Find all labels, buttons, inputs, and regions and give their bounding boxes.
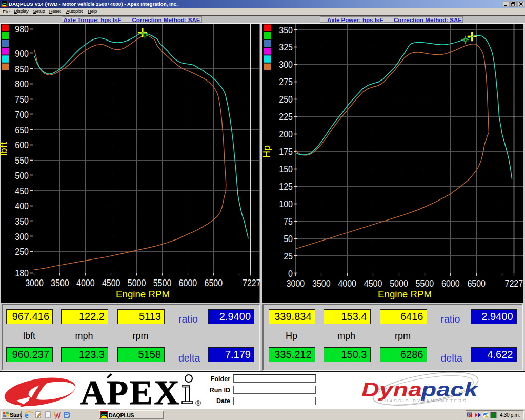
svg-text:7227: 7227 xyxy=(243,277,261,288)
svg-text:850: 850 xyxy=(15,64,29,74)
svg-text:6000: 6000 xyxy=(179,277,197,288)
svg-text:150: 150 xyxy=(279,164,293,174)
svg-text:3500: 3500 xyxy=(312,278,331,289)
svg-text:650: 650 xyxy=(15,125,29,135)
svg-text:25: 25 xyxy=(284,251,293,262)
svg-text:Dyna: Dyna xyxy=(361,379,422,401)
svg-text:6500: 6500 xyxy=(467,278,486,289)
svg-text:5000: 5000 xyxy=(128,277,146,288)
svg-text:300: 300 xyxy=(15,231,29,242)
svg-text:6000: 6000 xyxy=(441,278,460,289)
svg-text:Hp: Hp xyxy=(261,145,272,157)
svg-text:50: 50 xyxy=(284,233,293,244)
svg-text:pack: pack xyxy=(421,379,479,401)
svg-text:6500: 6500 xyxy=(205,277,223,288)
svg-text:3000: 3000 xyxy=(287,278,305,289)
svg-text:125: 125 xyxy=(279,181,293,192)
svg-text:700: 700 xyxy=(15,109,29,120)
svg-text:350: 350 xyxy=(15,216,29,227)
svg-text:3500: 3500 xyxy=(51,277,69,288)
svg-text:75: 75 xyxy=(284,216,293,227)
svg-text:7227: 7227 xyxy=(505,278,523,289)
svg-text:250: 250 xyxy=(15,246,29,257)
svg-text:200: 200 xyxy=(279,129,293,139)
svg-text:Engine RPM: Engine RPM xyxy=(116,289,170,299)
svg-text:800: 800 xyxy=(15,78,29,89)
svg-text:400: 400 xyxy=(15,201,29,211)
svg-text:5500: 5500 xyxy=(416,278,434,289)
svg-text:225: 225 xyxy=(279,111,293,122)
svg-text:900: 900 xyxy=(15,48,29,59)
svg-text:180: 180 xyxy=(15,268,29,278)
svg-text:5000: 5000 xyxy=(390,278,408,289)
svg-text:325: 325 xyxy=(279,42,293,52)
svg-text:450: 450 xyxy=(15,186,29,196)
svg-text:4500: 4500 xyxy=(364,278,382,289)
svg-text:APEX: APEX xyxy=(80,373,180,409)
svg-text:lbft: lbft xyxy=(0,142,9,156)
svg-text:3000: 3000 xyxy=(25,277,44,288)
svg-text:550: 550 xyxy=(15,155,29,166)
svg-text:980: 980 xyxy=(15,24,29,34)
svg-text:100: 100 xyxy=(279,198,293,209)
svg-text:175: 175 xyxy=(279,146,293,157)
svg-text:5500: 5500 xyxy=(153,277,172,288)
svg-text:4500: 4500 xyxy=(102,277,120,288)
svg-text:0: 0 xyxy=(288,268,293,279)
svg-text:275: 275 xyxy=(279,76,293,87)
svg-text:250: 250 xyxy=(279,94,293,105)
svg-text:4000: 4000 xyxy=(76,277,95,288)
svg-text:350: 350 xyxy=(279,25,293,35)
svg-text:CHASSIS DYNAMOMETERS: CHASSIS DYNAMOMETERS xyxy=(380,398,468,403)
svg-text:750: 750 xyxy=(15,94,29,105)
svg-text:600: 600 xyxy=(15,139,29,150)
svg-text:4000: 4000 xyxy=(338,278,356,289)
svg-text:500: 500 xyxy=(15,170,29,181)
svg-text:300: 300 xyxy=(279,59,293,70)
svg-text:Engine RPM: Engine RPM xyxy=(378,289,432,299)
